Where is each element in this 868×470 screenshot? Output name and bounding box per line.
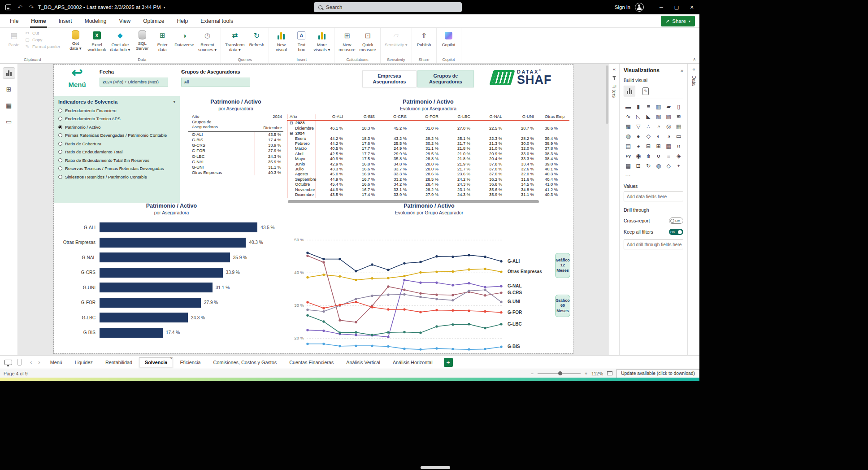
summary-row-g-ali[interactable]: G-ALI43.5 % [188,132,283,137]
evolution-month-row-2024-diciembre[interactable]: Diciembre43.5 %17.4 %33.9 %27.9 %24.3 %3… [287,192,569,197]
sql-server-button[interactable]: SQLServer [133,29,152,52]
area-chart-icon[interactable]: ◺ [634,113,643,120]
bar-g-lbc[interactable] [100,313,188,322]
drill-through-field-well[interactable]: Add drill-through fields here [624,239,683,249]
publish-button[interactable]: ⇧Publish [415,29,434,48]
grupos-header-caret-icon[interactable]: ▾ [181,70,183,74]
multi-row-card-icon[interactable]: ▤ [624,142,633,150]
stacked-bar-100-chart-icon[interactable]: ▰ [664,103,673,110]
indicator-option-endeudamiento-tecnico-aps[interactable]: Endeudamiento Tecnico APS [58,116,175,121]
redo-icon[interactable]: ↷ [29,4,34,11]
line-stacked-column-chart-icon[interactable]: ▧ [654,113,664,120]
desktop-layout-icon[interactable] [4,360,12,365]
page-tab-rentabilidad[interactable]: Rentabilidad [100,357,138,367]
evolution-month-row-2024-agosto[interactable]: Agosto45.0 %16.9 %33.3 %28.6 %23.6 %37.0… [287,172,569,177]
back-arrow-icon[interactable]: ↩ [67,65,87,80]
page-tab-an-lisis-vertical[interactable]: Análisis Vertical [340,357,386,367]
donut-chart-icon[interactable]: ◎ [664,122,673,130]
clustered-bar-chart-icon[interactable]: ≡ [644,103,653,110]
update-notification[interactable]: Update available (click to download) [616,369,699,378]
model-view-button[interactable]: ▦ [3,100,15,111]
indicator-option-ratio-de-endeudamiento-total-sin-reservas[interactable]: Ratio de Endeudamiento Total Sin Reserva… [58,158,175,163]
python-visual-icon[interactable]: Py [624,152,633,160]
collapse-ribbon-icon[interactable]: ∧ [693,57,696,61]
zoom-out-icon[interactable]: − [531,371,534,376]
menu-item-modeling[interactable]: Modeling [85,14,107,28]
empresas-aseguradoras-button[interactable]: Empresas Aseguradoras [362,70,417,87]
report-view-button[interactable] [3,67,15,79]
excel-workbook-button[interactable]: XExcelworkbook [86,29,107,53]
metrics-icon[interactable]: ◈ [674,152,684,160]
menu-item-view[interactable]: View [119,14,130,28]
enter-data-button[interactable]: ⊞Enterdata [153,29,172,53]
bar-g-uni[interactable] [100,283,213,292]
zoom-slider[interactable] [538,373,581,374]
line-chart-icon[interactable]: ∿ [624,113,633,120]
evolution-month-row-2024-marzo[interactable]: Marzo40.5 %17.7 %24.9 %31.1 %21.8 %21.0 … [287,146,569,151]
series-line-otras-empresas[interactable] [308,269,501,280]
matrix-icon[interactable]: ▦ [664,142,673,150]
new-visual-button[interactable]: Newvisual [272,29,291,53]
map-icon[interactable]: ◍ [624,132,633,140]
indicator-option-endeudamiento-financiero[interactable]: Endeudamiento Financiero [58,108,175,113]
paginated-report-icon[interactable]: ▤ [624,162,633,170]
indicators-caret-icon[interactable]: ▾ [173,100,175,104]
r-script-visual-icon[interactable]: R [674,142,684,150]
page-tab-solvencia[interactable]: Solvencia× [139,357,173,367]
menu-item-help[interactable]: Help [177,14,188,28]
title-caret-icon[interactable]: ▾ [164,5,165,9]
indicator-option-ratio-de-cobertura[interactable]: Ratio de Cobertura [58,141,175,146]
dax-query-view-button[interactable]: ▭ [3,116,15,127]
filters-pane-title[interactable]: Filters [612,84,617,98]
evolution-month-row-2024-noviembre[interactable]: Noviembre44.9 %16.7 %33.1 %28.2 %23.1 %3… [287,187,569,192]
table-view-button[interactable]: ⊞ [3,83,15,95]
menu-item-home[interactable]: Home [31,14,46,28]
bar-g-nal[interactable] [100,252,230,262]
series-line-g-for[interactable] [308,302,501,312]
search-input[interactable] [326,4,457,10]
collapse-year-icon[interactable]: ⊟ [290,121,293,126]
dataverse-button[interactable]: ◑Dataverse [173,29,195,48]
get-more-visuals-icon[interactable]: … [625,171,683,178]
waterfall-chart-icon[interactable]: ▩ [624,122,633,130]
indicator-option-siniestros-retenidos-patrimonio-contable[interactable]: Siniestros Retenidos / Patrimonio Contab… [58,174,175,179]
table-icon[interactable]: ⊞ [654,142,664,150]
qa-visual-icon[interactable]: Q [654,152,664,160]
stacked-column-100-chart-icon[interactable]: ▯ [674,103,684,110]
text-box-button[interactable]: ATextbox [292,29,311,53]
filled-map-icon[interactable]: ● [634,132,643,140]
new-measure-button[interactable]: ⊞Newmeasure [337,29,356,53]
power-apps-icon[interactable]: ⊡ [634,162,643,170]
bar-g-ali[interactable] [100,222,257,232]
evolution-month-row-2024-abril[interactable]: Abril42.5 %17.7 %29.9 %29.5 %21.0 %20.9 … [287,152,569,157]
grupos-slicer-dropdown[interactable]: All ▾ [181,78,250,87]
summary-row-g-nal[interactable]: G-NAL35.9 % [188,159,283,165]
summary-row-g-uni[interactable]: G-UNI31.1 % [188,165,283,170]
page-tab-comisiones-costos-y-gastos[interactable]: Comisiones, Costos y Gastos [208,357,283,367]
next-page-icon[interactable]: › [36,359,42,366]
stacked-area-chart-icon[interactable]: ◣ [644,113,653,120]
share-button[interactable]: ↗ Share ▾ [661,16,695,26]
sign-in-button[interactable]: Sign in [615,4,630,10]
indicator-option-reservas-tecnicas-primas-retenidas-devengadas[interactable]: Reservas Tecnicas / Primas Retenidas Dev… [58,166,175,171]
shape-map-icon[interactable]: ◇ [644,132,653,140]
evolution-month-row-2024-junio[interactable]: Junio42.9 %16.8 %34.8 %28.8 %21.9 %37.8 … [287,162,569,167]
maximize-button[interactable]: ▢ [669,0,684,14]
summary-row-g-bis[interactable]: G-BIS17.4 % [188,137,283,143]
evolution-year-row-2023[interactable]: ⊟ 2023 [287,121,569,126]
expand-data-icon[interactable]: « [692,67,695,71]
scatter-chart-icon[interactable]: ∴ [644,122,653,130]
grafico-12-meses-button[interactable]: Gráfico 12 Meses [555,253,570,278]
fecha-header-caret-icon[interactable]: ▾ [100,70,101,74]
summary-row-g-lbc[interactable]: G-LBC24.3 % [188,154,283,159]
evolution-month-row-2024-febrero[interactable]: Febrero44.2 %17.6 %25.5 %30.2 %21.7 %21.… [287,141,569,146]
copilot-button[interactable]: Copilot [439,29,458,48]
expand-filters-icon[interactable]: « [613,67,616,71]
bar-otras-empresas[interactable] [100,238,246,248]
slicer-icon[interactable]: ⊟ [644,142,653,150]
page-tab-an-lisis-horizontal[interactable]: Análisis Horizontal [387,357,438,367]
indicator-option-patrimonio-activo[interactable]: Patrimonio / Activo [58,125,175,130]
canvas-scrollbar[interactable] [606,65,608,124]
quick-measure-button[interactable]: ⊡Quickmeasure [358,29,378,53]
evolution-month-row-2024-julio[interactable]: Julio43.3 %16.6 %33.7 %28.0 %21.7 %37.0 … [287,167,569,172]
